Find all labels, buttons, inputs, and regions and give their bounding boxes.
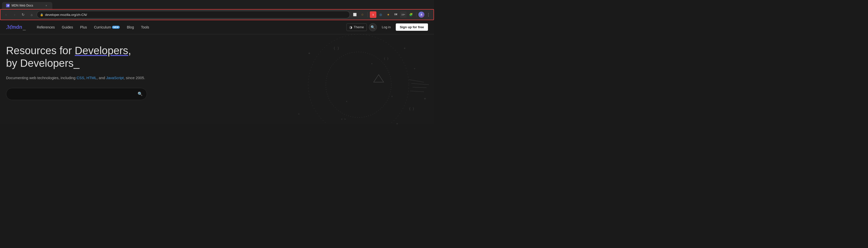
theme-icon: ◑: [349, 25, 352, 29]
mdn-logo-underscore: _: [23, 24, 26, 30]
browser-tab[interactable]: 𝑀 MDN Web Docs ×: [2, 2, 52, 9]
nav-item-references[interactable]: References: [34, 23, 58, 31]
hero-search-input[interactable]: [10, 92, 135, 96]
nav-item-guides[interactable]: Guides: [59, 23, 76, 31]
svg-text:{ }: { }: [409, 107, 414, 111]
nav-item-curriculum[interactable]: Curriculum NEW: [91, 23, 123, 31]
hero-search-icon: 🔍: [137, 91, 143, 96]
svg-text:+: +: [424, 97, 426, 101]
mdn-logo-mark: ℳ: [6, 24, 11, 30]
mdn-logo[interactable]: ℳ mdn _: [6, 24, 26, 30]
javascript-link[interactable]: JavaScript: [106, 76, 124, 80]
home-button[interactable]: ⌂: [28, 11, 35, 18]
search-icon: 🔍: [371, 25, 375, 29]
svg-text:×: ×: [346, 100, 347, 103]
svg-point-1: [326, 52, 391, 117]
signup-button[interactable]: Sign up for free: [396, 23, 428, 31]
tab-favicon: 𝑀: [6, 4, 9, 7]
mdn-logo-m: mdn: [11, 24, 22, 30]
svg-line-14: [413, 87, 427, 88]
address-bar-area: ‹ › ↻ ⌂ 🔒 developer.mozilla.org/zh-CN/ ⬜…: [0, 9, 434, 20]
reload-button[interactable]: ↻: [20, 11, 27, 18]
mdn-page: ℳ mdn _ References Guides Plus Curriculu…: [0, 20, 434, 124]
ext-blue-icon[interactable]: ◎: [377, 11, 384, 18]
svg-text:+: +: [404, 47, 406, 50]
svg-text:+: +: [414, 67, 415, 70]
hero-title-comma: ,: [128, 45, 131, 56]
svg-text:{ }: { }: [333, 46, 339, 50]
mdn-hero: + + + + + + { } { } { } < > × × × Resou: [0, 34, 434, 124]
forward-button[interactable]: ›: [11, 11, 18, 18]
svg-text:+: +: [298, 113, 300, 115]
hero-title-highlight: Developers: [75, 45, 128, 56]
ext-star-icon[interactable]: ★: [385, 11, 392, 18]
mdn-nav-items: References Guides Plus Curriculum NEW Bl…: [34, 23, 346, 31]
bookmark-star-icon[interactable]: ☆: [359, 11, 366, 18]
svg-text:×: ×: [371, 62, 373, 65]
hero-decoration: + + + + + + { } { } { } < > × × ×: [258, 34, 434, 124]
toolbar-separator-2: [416, 12, 416, 17]
address-input[interactable]: 🔒 developer.mozilla.org/zh-CN/: [37, 11, 350, 19]
svg-line-13: [411, 83, 429, 85]
browser-frame: 𝑀 MDN Web Docs × ‹ › ↻ ⌂ 🔒 developer.moz…: [0, 0, 434, 20]
svg-text:{ }: { }: [384, 57, 389, 60]
profile-avatar[interactable]: A: [418, 11, 425, 18]
ext-map-icon[interactable]: 🗺: [393, 11, 399, 18]
url-text: developer.mozilla.org/zh-CN/: [45, 13, 347, 17]
back-button[interactable]: ‹: [2, 11, 9, 18]
hero-title-line2: by Developers_: [6, 57, 80, 69]
nav-search-button[interactable]: 🔍: [369, 23, 377, 31]
svg-point-0: [308, 34, 409, 124]
login-button[interactable]: Log in: [379, 24, 394, 30]
svg-text:×: ×: [391, 95, 393, 98]
svg-text:< >: < >: [341, 117, 346, 121]
theme-button[interactable]: ◑ Theme: [346, 23, 367, 31]
nav-item-tools[interactable]: Tools: [138, 23, 152, 31]
tab-bar: 𝑀 MDN Web Docs ×: [0, 0, 434, 9]
css-link[interactable]: CSS: [76, 76, 84, 80]
nav-item-plus[interactable]: Plus: [77, 23, 90, 31]
svg-marker-16: [374, 75, 384, 82]
ext-puzzle-icon[interactable]: 🧩: [408, 11, 414, 18]
svg-text:+: +: [308, 51, 310, 55]
ext-badge-icon[interactable]: 19+: [400, 11, 407, 18]
hero-title: Resources for Developers, by Developers_: [6, 44, 157, 70]
mdn-nav-right: ◑ Theme 🔍 Log in Sign up for free: [346, 23, 428, 31]
svg-line-12: [409, 80, 424, 82]
html-link[interactable]: HTML: [86, 76, 97, 80]
hero-description: Documenting web technologies, including …: [6, 75, 157, 81]
svg-line-15: [410, 91, 424, 92]
hero-title-line1-prefix: Resources for: [6, 45, 75, 56]
tab-close-button[interactable]: ×: [44, 3, 48, 7]
hero-content: Resources for Developers, by Developers_…: [6, 44, 157, 100]
svg-text:+: +: [396, 122, 398, 124]
mdn-navbar: ℳ mdn _ References Guides Plus Curriculu…: [0, 20, 434, 34]
toolbar-separator: [368, 12, 368, 17]
more-options-button[interactable]: ⋮: [426, 12, 432, 17]
browser-extensions: ⬜ ☆ 1 ◎ ★ 🗺 19+ 🧩 A: [351, 11, 432, 18]
nav-item-blog[interactable]: Blog: [124, 23, 137, 31]
ext-red-icon[interactable]: 1: [370, 11, 376, 18]
curriculum-new-badge: NEW: [112, 26, 120, 29]
hero-search-bar[interactable]: 🔍: [6, 88, 147, 100]
tab-title: MDN Web Docs: [11, 4, 42, 7]
cast-icon[interactable]: ⬜: [351, 11, 358, 18]
lock-icon: 🔒: [40, 13, 43, 17]
